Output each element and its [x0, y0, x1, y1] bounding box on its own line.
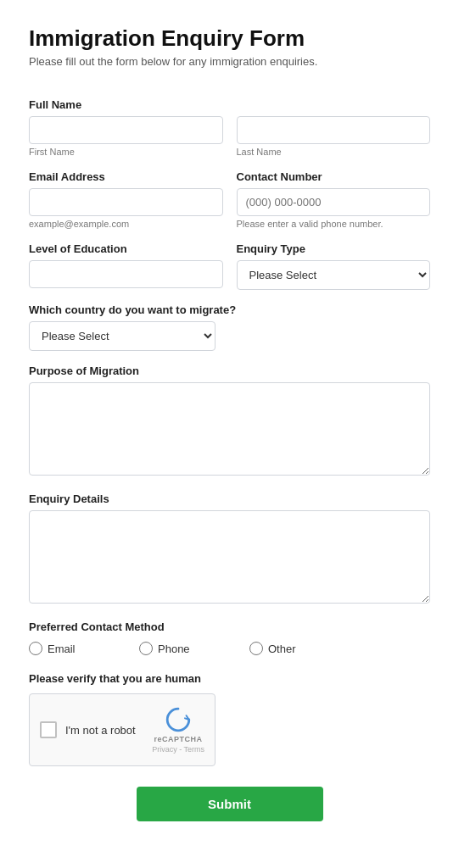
recaptcha-links: Privacy - Terms [152, 745, 204, 754]
last-name-spacer-label [237, 98, 431, 111]
contact-method-section: Preferred Contact Method Email Phone Oth… [29, 620, 430, 659]
contact-input[interactable] [237, 188, 431, 216]
page-subtitle: Please fill out the form below for any i… [29, 55, 430, 68]
country-label: Which country do you want to migrate? [29, 303, 430, 316]
full-name-row: Full Name First Name Last Name [29, 98, 430, 157]
email-input[interactable] [29, 188, 223, 216]
contact-method-label: Preferred Contact Method [29, 620, 430, 633]
purpose-label: Purpose of Migration [29, 364, 430, 377]
radio-email-input[interactable] [29, 642, 42, 655]
enquiry-type-group: Enquiry Type Please Select Visa Applicat… [237, 242, 431, 290]
recaptcha-icon [165, 706, 192, 733]
radio-other-input[interactable] [249, 642, 263, 655]
last-name-hint: Last Name [237, 147, 431, 157]
first-name-hint: First Name [29, 147, 223, 157]
radio-option-phone: Phone [139, 642, 249, 655]
enquiry-details-textarea[interactable] [29, 510, 430, 604]
contact-hint: Please enter a valid phone number. [237, 219, 431, 229]
education-label: Level of Education [29, 242, 223, 255]
submit-button[interactable]: Submit [137, 787, 323, 821]
contact-group: Contact Number Please enter a valid phon… [237, 170, 431, 229]
captcha-checkbox[interactable] [40, 721, 57, 738]
recaptcha-brand-label: reCAPTCHA [154, 735, 203, 743]
radio-other-label: Other [268, 643, 296, 655]
captcha-left: I'm not a robot [40, 721, 136, 738]
enquiry-type-select[interactable]: Please Select Visa Application Permanent… [237, 260, 431, 290]
captcha-text: I'm not a robot [65, 724, 136, 737]
radio-option-email: Email [29, 642, 139, 655]
page-title: Immigration Enquiry Form [29, 25, 430, 52]
country-select[interactable]: Please Select Australia Canada United Ki… [29, 321, 216, 351]
captcha-verify-label: Please verify that you are human [29, 672, 430, 685]
education-enquiry-row: Level of Education Enquiry Type Please S… [29, 242, 430, 290]
education-input[interactable] [29, 260, 223, 288]
radio-phone-label: Phone [158, 643, 190, 655]
enquiry-type-label: Enquiry Type [237, 242, 431, 255]
captcha-box[interactable]: I'm not a robot reCAPTCHA Privacy - Term… [29, 693, 216, 766]
radio-options-container: Email Phone Other [29, 642, 430, 659]
captcha-logo-area: reCAPTCHA Privacy - Terms [152, 706, 204, 754]
full-name-label: Full Name [29, 98, 223, 111]
purpose-textarea[interactable] [29, 382, 430, 476]
enquiry-details-label: Enquiry Details [29, 492, 430, 505]
email-label: Email Address [29, 170, 223, 183]
education-group: Level of Education [29, 242, 223, 290]
radio-email-label: Email [48, 643, 76, 655]
first-name-input[interactable] [29, 116, 223, 144]
last-name-input[interactable] [237, 116, 431, 144]
enquiry-details-group: Enquiry Details [29, 492, 430, 607]
submit-section: Submit [29, 787, 430, 821]
email-contact-row: Email Address example@example.com Contac… [29, 170, 430, 229]
first-name-group: Full Name First Name [29, 98, 223, 157]
captcha-section: Please verify that you are human I'm not… [29, 672, 430, 766]
email-group: Email Address example@example.com [29, 170, 223, 229]
radio-phone-input[interactable] [139, 642, 153, 655]
country-group: Which country do you want to migrate? Pl… [29, 303, 430, 351]
email-hint: example@example.com [29, 219, 223, 229]
last-name-group: Last Name [237, 98, 431, 157]
contact-label: Contact Number [237, 170, 431, 183]
purpose-group: Purpose of Migration [29, 364, 430, 479]
radio-option-other: Other [249, 642, 360, 655]
